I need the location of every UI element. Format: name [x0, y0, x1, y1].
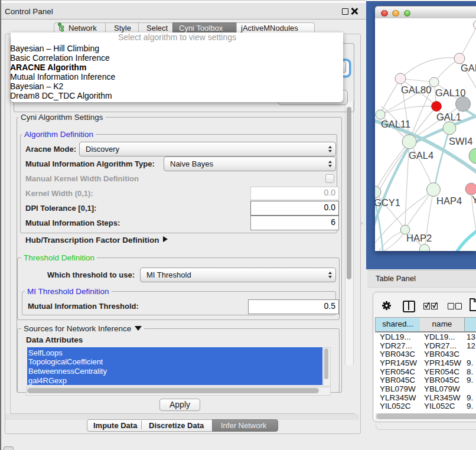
- svg-text:GCY1: GCY1: [375, 197, 400, 208]
- svg-text:HAP4: HAP4: [436, 195, 462, 206]
- svg-text:GAL: GAL: [461, 63, 476, 73]
- svg-text:Y: Y: [472, 194, 476, 205]
- svg-text:GAL4: GAL4: [409, 150, 433, 161]
- svg-text:GAL80: GAL80: [401, 84, 431, 95]
- svg-text:GAL1: GAL1: [436, 112, 461, 122]
- svg-text:GAL10: GAL10: [435, 87, 465, 98]
- svg-text:HAP2: HAP2: [406, 233, 432, 243]
- svg-text:SWI4: SWI4: [449, 136, 472, 146]
- svg-text:GAL11: GAL11: [381, 119, 410, 129]
